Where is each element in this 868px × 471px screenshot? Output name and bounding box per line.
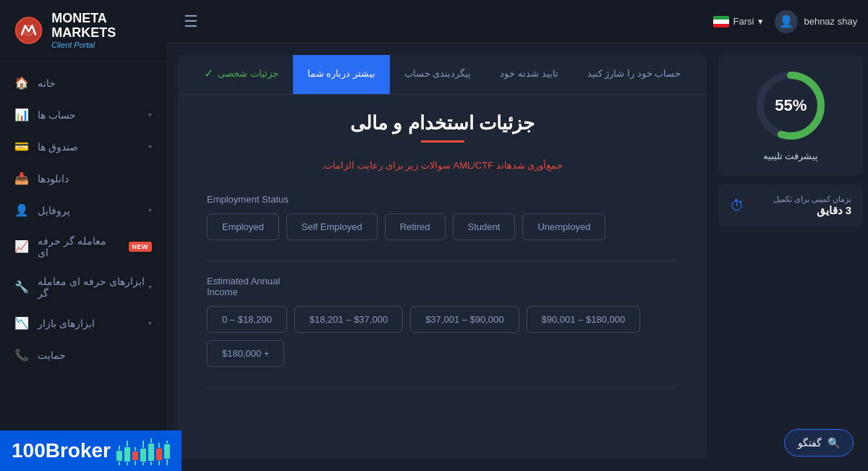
user-info[interactable]: 👤 behnaz shay xyxy=(775,10,857,33)
income-option-90001-180000[interactable]: $90,001 – $180,000 xyxy=(527,306,641,333)
nav-arrow-accounts: ▾ xyxy=(148,111,152,119)
sidebar-item-profiles[interactable]: 👤 پروفایل ▾ xyxy=(0,195,166,226)
check-icon-personal: ✓ xyxy=(204,67,213,80)
sidebar-item-downloads[interactable]: 📥 دانلودها xyxy=(0,163,166,195)
tab-bank[interactable]: پیگرد‌بندی حساب xyxy=(390,55,486,94)
form-title: جزئیات استخدام و مالی xyxy=(207,112,678,135)
watermark: 100Broker xyxy=(0,430,182,471)
tab-label-verify: تایید شدنه خود xyxy=(500,68,558,79)
form-content: جزئیات استخدام و مالی جمع‌آوری شدهاند AM… xyxy=(178,95,707,420)
sidebar-item-accounts[interactable]: 📊 حساب ها ▾ xyxy=(0,99,166,131)
tab-label-charge: حساب خود را شارژ کنید xyxy=(587,68,681,79)
employment-option-self-employed[interactable]: Self Employed xyxy=(286,213,378,240)
main-content: ☰ Farsi ▾ 👤 behnaz shay حساب خود را شارژ… xyxy=(166,0,868,471)
nav-arrow-pro-tools: ▾ xyxy=(148,283,152,291)
employment-option-retired[interactable]: Retired xyxy=(385,213,446,240)
tab-more[interactable]: بیشتر درباره شما xyxy=(293,55,390,94)
sidebar-item-home[interactable]: 🏠 خانه xyxy=(0,67,166,99)
nav-label-accounts: حساب ها xyxy=(38,109,76,121)
form-panel: حساب خود را شارژ کنید تایید شدنه خود پیگ… xyxy=(178,55,707,459)
nav-label-professional: معامله گر حرفه ای xyxy=(38,235,120,258)
sidebar-nav: 🏠 خانه 📊 حساب ها ▾ 💳 صندوق ها ▾ 📥 دانلود… xyxy=(0,61,166,471)
title-underline xyxy=(421,140,464,143)
moneta-logo-icon xyxy=(14,13,43,48)
time-value: 3 دقایق xyxy=(752,204,851,217)
employment-label: Employment Status xyxy=(207,194,678,205)
progress-card: 55% پیشرفت تلیبیه xyxy=(718,55,863,176)
nav-item-left-funds: 💳 صندوق ها xyxy=(14,140,78,154)
time-card: بزمان کمینی برای تکمیل 3 دقایق ⏱ xyxy=(718,184,863,227)
nav-icon-home: 🏠 xyxy=(14,76,29,90)
income-options: 0 – $18,200$18,201 – $37,000$37,001 – $9… xyxy=(207,306,678,367)
tab-charge[interactable]: حساب خود را شارژ کنید xyxy=(573,55,695,94)
nav-label-pro-tools: ابزارهای حرفه ای معامله گر xyxy=(38,276,148,299)
brand-name: MONETA MARKETS xyxy=(51,12,152,41)
nav-item-left-accounts: 📊 حساب ها xyxy=(14,108,76,122)
income-option-37001-90000[interactable]: $37,001 – $90,000 xyxy=(410,306,519,333)
nav-arrow-funds: ▾ xyxy=(148,143,152,150)
nav-item-left-market-tools: 📉 ابزارهای بازار xyxy=(14,316,95,331)
iran-flag-icon xyxy=(713,16,729,27)
client-portal-label: Client Portal xyxy=(51,41,152,49)
income-label: Estimated Annual Income xyxy=(207,276,678,297)
nav-icon-downloads: 📥 xyxy=(14,171,29,186)
nav-icon-accounts: 📊 xyxy=(14,108,29,122)
income-section: Estimated Annual Income 0 – $18,200$18,2… xyxy=(207,276,678,367)
nav-item-left-professional: 📈 معامله گر حرفه ای NEW xyxy=(14,235,152,258)
logo-area: MONETA MARKETS Client Portal xyxy=(0,0,166,61)
nav-label-downloads: دانلودها xyxy=(38,173,69,184)
user-avatar: 👤 xyxy=(775,10,798,33)
candlestick-chart xyxy=(116,436,170,465)
new-badge-professional: NEW xyxy=(129,242,153,252)
section-divider xyxy=(207,260,678,261)
tab-personal[interactable]: ✓ جزئیات شخصی xyxy=(190,55,293,94)
hamburger-menu[interactable]: ☰ xyxy=(184,12,198,31)
form-description: جمع‌آوری شدهاند AML/CTF سوالات زیر برای … xyxy=(207,160,678,171)
nav-item-left-profiles: 👤 پروفایل xyxy=(14,203,70,218)
income-option-18201-37000[interactable]: $18,201 – $37,000 xyxy=(294,306,403,333)
nav-icon-professional: 📈 xyxy=(14,239,29,254)
language-selector[interactable]: Farsi ▾ xyxy=(713,16,764,27)
sidebar-item-pro-tools[interactable]: 🔧 ابزارهای حرفه ای معامله گر ▾ xyxy=(0,267,166,307)
employment-option-unemployed[interactable]: Unemployed xyxy=(522,213,605,240)
nav-label-support: حمایت xyxy=(38,349,66,361)
clock-icon: ⏱ xyxy=(730,198,744,214)
nav-icon-support: 📞 xyxy=(14,348,29,362)
time-info: بزمان کمینی برای تکمیل 3 دقایق xyxy=(752,195,851,217)
topbar: ☰ Farsi ▾ 👤 behnaz shay xyxy=(166,0,868,43)
logo-text: MONETA MARKETS Client Portal xyxy=(51,12,152,49)
tab-label-personal: جزئیات شخصی xyxy=(218,68,278,79)
lang-label: Farsi xyxy=(733,16,754,27)
desc-after: سوالات زیر برای رعایت الزامات. xyxy=(322,160,454,171)
tab-label-bank: پیگرد‌بندی حساب xyxy=(404,68,472,79)
desc-highlight: AML/CTF xyxy=(453,160,493,171)
nav-label-home: خانه xyxy=(38,77,56,89)
nav-arrow-market-tools: ▾ xyxy=(148,319,152,327)
income-option-180000plus[interactable]: $180,000 + xyxy=(207,340,284,367)
nav-item-left-downloads: 📥 دانلودها xyxy=(14,171,69,186)
time-label: بزمان کمینی برای تکمیل xyxy=(752,195,851,204)
sidebar-item-market-tools[interactable]: 📉 ابزارهای بازار ▾ xyxy=(0,307,166,339)
employment-options: EmployedSelf EmployedRetiredStudentUnemp… xyxy=(207,213,678,240)
income-option-0-18200[interactable]: 0 – $18,200 xyxy=(207,306,287,333)
nav-icon-pro-tools: 🔧 xyxy=(14,280,29,294)
side-panel: 55% پیشرفت تلیبیه بزمان کمینی برای تکمیل… xyxy=(718,55,863,459)
sidebar-item-funds[interactable]: 💳 صندوق ها ▾ xyxy=(0,131,166,163)
nav-icon-market-tools: 📉 xyxy=(14,316,29,331)
employment-option-student[interactable]: Student xyxy=(453,213,516,240)
nav-icon-funds: 💳 xyxy=(14,140,29,154)
nav-item-left-home: 🏠 خانه xyxy=(14,76,56,90)
sidebar-item-professional[interactable]: 📈 معامله گر حرفه ای NEW xyxy=(0,226,166,267)
progress-ring: 55% xyxy=(754,69,827,142)
topbar-right: Farsi ▾ 👤 behnaz shay xyxy=(713,10,858,33)
nav-item-left-support: 📞 حمایت xyxy=(14,348,66,362)
section-divider-2 xyxy=(207,387,678,388)
progress-label: پیشرفت تلیبیه xyxy=(763,150,819,161)
employment-option-employed[interactable]: Employed xyxy=(207,213,279,240)
sidebar-item-support[interactable]: 📞 حمایت xyxy=(0,339,166,371)
sidebar: MONETA MARKETS Client Portal 🏠 خانه 📊 حس… xyxy=(0,0,166,471)
tab-verify[interactable]: تایید شدنه خود xyxy=(485,55,572,94)
nav-arrow-profiles: ▾ xyxy=(148,206,152,214)
desc-before: جمع‌آوری شدهاند xyxy=(493,160,563,171)
chat-button[interactable]: 🔍 گفتگو xyxy=(784,429,854,457)
